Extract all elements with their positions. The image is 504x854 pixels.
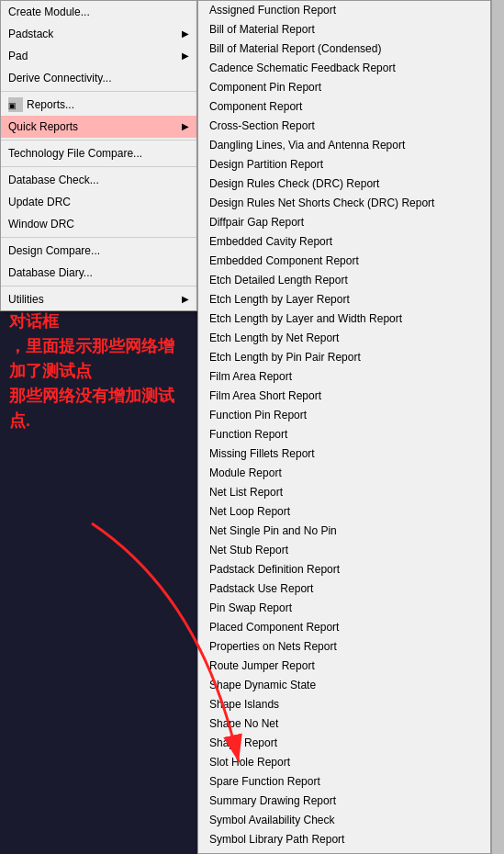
left-menu-item-6[interactable]: Technology File Compare... [1,142,196,164]
right-menu-item-20[interactable]: Film Area Short Report [198,387,490,406]
right-menu-item-11[interactable]: Diffpair Gap Report [198,213,490,232]
right-menu-item-16[interactable]: Etch Length by Layer and Width Report [198,309,490,329]
right-menu-item-42[interactable]: Symbol Availability Check [198,811,490,830]
right-menu-item-7[interactable]: Dangling Lines, Via and Antenna Report [198,136,490,155]
right-menu-item-33[interactable]: Properties on Nets Report [198,637,490,657]
right-menu-item-8[interactable]: Design Partition Report [198,155,490,174]
right-menu-item-43[interactable]: Symbol Library Path Report [198,830,490,849]
left-menu-item-9[interactable]: Window DRC [1,213,196,235]
right-menu-item-13[interactable]: Embedded Component Report [198,252,490,271]
chinese-line-3: ，里面提示那些网络增加了测试点 [9,334,188,384]
right-menu-item-27[interactable]: Net Single Pin and No Pin [198,522,490,541]
left-menu-item-1[interactable]: Padstack▶ [1,23,196,45]
right-menu-item-28[interactable]: Net Stub Report [198,541,490,560]
right-menu-item-38[interactable]: Shape Report [198,734,490,753]
right-menu-item-34[interactable]: Route Jumper Report [198,657,490,676]
right-menu-item-1[interactable]: Bill of Material Report [198,20,490,39]
right-menu-item-40[interactable]: Spare Function Report [198,772,490,792]
right-menu-item-30[interactable]: Padstack Use Report [198,579,490,599]
left-menu-item-11[interactable]: Database Diary... [1,262,196,284]
right-menu-item-35[interactable]: Shape Dynamic State [198,676,490,695]
right-submenu: Assigned Function ReportBill of Material… [197,0,491,854]
right-menu-item-31[interactable]: Pin Swap Report [198,599,490,618]
left-context-menu: Create Module...Padstack▶Pad▶Derive Conn… [0,0,197,311]
right-menu-item-44[interactable]: Symbol Pin Report [198,849,490,854]
right-menu-item-12[interactable]: Embedded Cavity Report [198,232,490,252]
right-menu-item-22[interactable]: Function Report [198,425,490,444]
right-menu-item-18[interactable]: Etch Length by Pin Pair Report [198,348,490,367]
right-menu-item-3[interactable]: Cadence Schematic Feedback Report [198,59,490,78]
right-menu-item-17[interactable]: Etch Length by Net Report [198,329,490,348]
right-menu-item-6[interactable]: Cross-Section Report [198,117,490,136]
right-menu-item-21[interactable]: Function Pin Report [198,406,490,425]
right-menu-item-36[interactable]: Shape Islands [198,695,490,714]
right-menu-item-32[interactable]: Placed Component Report [198,618,490,637]
right-menu-item-29[interactable]: Padstack Definition Report [198,560,490,579]
right-menu-item-26[interactable]: Net Loop Report [198,502,490,522]
right-menu-item-5[interactable]: Component Report [198,97,490,117]
left-menu-item-10[interactable]: Design Compare... [1,240,196,262]
right-menu-item-4[interactable]: Component Pin Report [198,78,490,97]
right-menu-item-14[interactable]: Etch Detailed Length Report [198,271,490,290]
right-menu-item-2[interactable]: Bill of Material Report (Condensed) [198,39,490,59]
left-menu-item-5[interactable]: Quick Reports▶ [1,116,196,138]
right-menu-item-25[interactable]: Net List Report [198,483,490,502]
left-menu-item-4[interactable]: ▣Reports... [1,94,196,116]
left-menu-item-3[interactable]: Derive Connectivity... [1,67,196,89]
left-menu-item-0[interactable]: Create Module... [1,1,196,23]
right-menu-item-24[interactable]: Module Report [198,464,490,483]
right-menu-item-9[interactable]: Design Rules Check (DRC) Report [198,174,490,194]
right-menu-item-41[interactable]: Summary Drawing Report [198,792,490,811]
right-menu-item-39[interactable]: Slot Hole Report [198,753,490,772]
right-menu-item-37[interactable]: Shape No Net [198,714,490,734]
toolbar-edge [491,0,504,854]
left-menu-item-2[interactable]: Pad▶ [1,45,196,67]
left-menu-item-8[interactable]: Update DRC [1,191,196,213]
right-menu-item-23[interactable]: Missing Fillets Report [198,444,490,464]
right-menu-item-10[interactable]: Design Rules Net Shorts Check (DRC) Repo… [198,194,490,213]
chinese-line-4: 那些网络没有增加测试点. [9,384,188,433]
left-menu-item-7[interactable]: Database Check... [1,169,196,191]
right-menu-item-15[interactable]: Etch Length by Layer Report [198,290,490,309]
right-menu-item-0[interactable]: Assigned Function Report [198,1,490,20]
right-menu-item-19[interactable]: Film Area Report [198,367,490,387]
left-menu-item-12[interactable]: Utilities▶ [1,288,196,310]
